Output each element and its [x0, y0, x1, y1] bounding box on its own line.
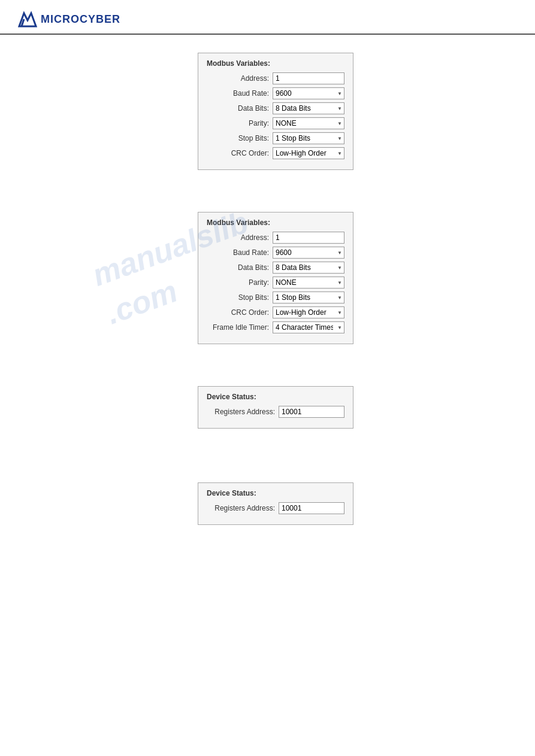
panel2-address-input[interactable]	[273, 232, 344, 244]
panel2-parity-select[interactable]: NONE ODD EVEN	[273, 277, 344, 289]
panel2-parity-label: Parity:	[207, 278, 273, 287]
panel2-address-row: Address:	[207, 232, 344, 244]
device-panel2-title: Device Status:	[207, 489, 344, 497]
modbus-panel-2: Modbus Variables: Address: Baud Rate: 96…	[198, 212, 353, 344]
panel1-stopbits-select-wrapper: 1 Stop Bits 2 Stop Bits	[273, 132, 344, 144]
panel1-address-row: Address:	[207, 72, 344, 84]
panel2-parity-row: Parity: NONE ODD EVEN	[207, 277, 344, 289]
panel1-address-input[interactable]	[273, 72, 344, 84]
panel1-address-label: Address:	[207, 74, 273, 83]
logo-icon	[18, 11, 37, 28]
panel2-stopbits-label: Stop Bits:	[207, 293, 273, 302]
spacer-3	[24, 464, 511, 482]
panel1-stopbits-row: Stop Bits: 1 Stop Bits 2 Stop Bits	[207, 132, 344, 144]
device-panel1-title: Device Status:	[207, 393, 344, 401]
panel1-baudrate-select[interactable]: 9600 19200 38400 115200	[273, 87, 344, 99]
panel2-title: Modbus Variables:	[207, 218, 344, 227]
panel2-frameidletimer-row: Frame Idle Timer: 4 Character Times 8 Ch…	[207, 321, 344, 333]
panel2-frameidletimer-select-wrapper: 4 Character Times 8 Character Times	[273, 321, 344, 333]
spacer-2	[24, 368, 511, 386]
device-panel2-regaddr-input[interactable]	[279, 502, 344, 514]
panel1-crcorder-select[interactable]: Low-High Order High-Low Order	[273, 147, 344, 159]
panel2-crcorder-label: CRC Order:	[207, 308, 273, 317]
logo: MICROCYBER	[18, 11, 120, 28]
device-panel1-regaddr-input[interactable]	[279, 406, 344, 418]
panel1-crcorder-select-wrapper: Low-High Order High-Low Order	[273, 147, 344, 159]
header: MICROCYBER	[0, 0, 535, 35]
panel1-databits-select[interactable]: 8 Data Bits 7 Data Bits	[273, 102, 344, 114]
panel1-baudrate-label: Baud Rate:	[207, 89, 273, 98]
panel1-crcorder-row: CRC Order: Low-High Order High-Low Order	[207, 147, 344, 159]
device-panel-1: Device Status: Registers Address:	[198, 386, 353, 429]
panel1-databits-row: Data Bits: 8 Data Bits 7 Data Bits	[207, 102, 344, 114]
panel2-address-label: Address:	[207, 233, 273, 242]
panel2-frameidletimer-select[interactable]: 4 Character Times 8 Character Times	[273, 321, 344, 333]
panel2-databits-row: Data Bits: 8 Data Bits 7 Data Bits	[207, 262, 344, 274]
device-panel1-regaddr-label: Registers Address:	[207, 408, 279, 416]
panel1-crcorder-label: CRC Order:	[207, 149, 273, 157]
modbus-panel-1: Modbus Variables: Address: Baud Rate: 96…	[198, 53, 353, 170]
panel2-parity-select-wrapper: NONE ODD EVEN	[273, 277, 344, 289]
panel1-title: Modbus Variables:	[207, 59, 344, 68]
panel2-stopbits-select[interactable]: 1 Stop Bits 2 Stop Bits	[273, 292, 344, 303]
panel2-baudrate-select-wrapper: 9600 19200 38400 115200	[273, 247, 344, 259]
panel1-stopbits-select[interactable]: 1 Stop Bits 2 Stop Bits	[273, 132, 344, 144]
panel2-databits-select[interactable]: 8 Data Bits 7 Data Bits	[273, 262, 344, 274]
panel2-crcorder-select-wrapper: Low-High Order High-Low Order	[273, 306, 344, 318]
panel2-frameidletimer-label: Frame Idle Timer:	[207, 323, 273, 332]
panel2-crcorder-row: CRC Order: Low-High Order High-Low Order	[207, 306, 344, 318]
panel1-parity-row: Parity: NONE ODD EVEN	[207, 117, 344, 129]
device-panel2-regaddr-row: Registers Address:	[207, 502, 344, 514]
main-content: Modbus Variables: Address: Baud Rate: 96…	[0, 35, 535, 579]
panel1-parity-select[interactable]: NONE ODD EVEN	[273, 117, 344, 129]
panel2-databits-label: Data Bits:	[207, 263, 273, 272]
panel1-databits-select-wrapper: 8 Data Bits 7 Data Bits	[273, 102, 344, 114]
device-panel-2: Device Status: Registers Address:	[198, 482, 353, 525]
panel1-parity-label: Parity:	[207, 119, 273, 127]
panel1-databits-label: Data Bits:	[207, 104, 273, 113]
panel2-stopbits-row: Stop Bits: 1 Stop Bits 2 Stop Bits	[207, 292, 344, 303]
panel2-baudrate-select[interactable]: 9600 19200 38400 115200	[273, 247, 344, 259]
panel2-databits-select-wrapper: 8 Data Bits 7 Data Bits	[273, 262, 344, 274]
device-panel1-regaddr-row: Registers Address:	[207, 406, 344, 418]
device-panel2-regaddr-label: Registers Address:	[207, 504, 279, 512]
panel1-parity-select-wrapper: NONE ODD EVEN	[273, 117, 344, 129]
spacer-1	[24, 194, 511, 212]
panel2-baudrate-row: Baud Rate: 9600 19200 38400 115200	[207, 247, 344, 259]
panel2-crcorder-select[interactable]: Low-High Order High-Low Order	[273, 306, 344, 318]
logo-text: MICROCYBER	[41, 13, 120, 26]
panel1-stopbits-label: Stop Bits:	[207, 134, 273, 142]
panel2-stopbits-select-wrapper: 1 Stop Bits 2 Stop Bits	[273, 292, 344, 303]
panel1-baudrate-select-wrapper: 9600 19200 38400 115200	[273, 87, 344, 99]
panel1-baudrate-row: Baud Rate: 9600 19200 38400 115200	[207, 87, 344, 99]
panel2-baudrate-label: Baud Rate:	[207, 248, 273, 257]
